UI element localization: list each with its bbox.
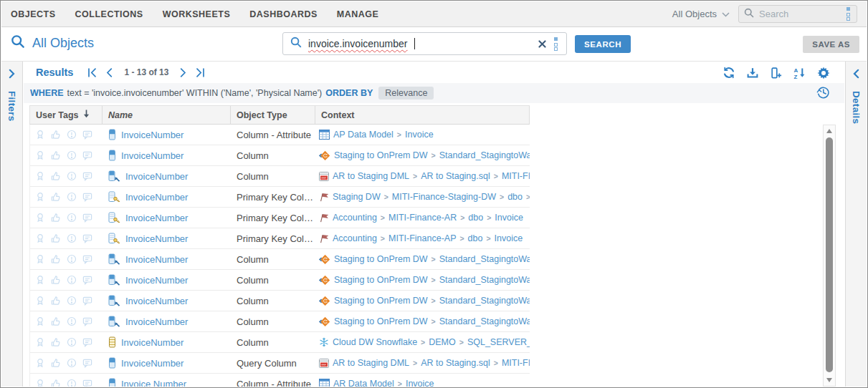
object-name-link[interactable]: InvoiceNumber <box>125 213 188 223</box>
alert-icon[interactable] <box>67 316 77 326</box>
alert-icon[interactable] <box>67 254 77 264</box>
award-icon[interactable] <box>35 358 45 368</box>
breadcrumb-link[interactable]: Standard_StagingtoWarehouse <box>439 296 530 306</box>
award-icon[interactable] <box>35 337 45 347</box>
details-panel-label[interactable]: Details <box>851 91 862 124</box>
breadcrumb-link[interactable]: AR to Staging DML <box>333 358 409 368</box>
object-name-link[interactable]: InvoiceNumber <box>125 254 188 265</box>
comment-icon[interactable] <box>82 316 92 326</box>
alert-icon[interactable] <box>67 233 77 243</box>
breadcrumb-link[interactable]: Invoice <box>405 130 434 140</box>
breadcrumb-link[interactable]: MITI-FINANCE-AR <box>502 171 530 181</box>
alert-icon[interactable] <box>67 213 77 223</box>
thumbs-up-icon[interactable] <box>51 192 61 202</box>
award-icon[interactable] <box>35 150 45 160</box>
comment-icon[interactable] <box>82 171 92 181</box>
object-name-link[interactable]: Invoice Number <box>121 379 186 387</box>
alert-icon[interactable] <box>67 275 77 285</box>
last-page-button[interactable] <box>196 68 205 77</box>
thumbs-up-icon[interactable] <box>51 337 61 347</box>
thumbs-up-icon[interactable] <box>51 233 61 243</box>
award-icon[interactable] <box>35 316 45 326</box>
global-search-input[interactable]: Search <box>738 5 857 23</box>
breadcrumb-link[interactable]: AR to Staging DML <box>333 171 409 181</box>
next-page-button[interactable] <box>180 68 186 77</box>
breadcrumb-link[interactable]: Accounting <box>333 233 377 243</box>
alert-icon[interactable] <box>67 171 77 181</box>
comment-icon[interactable] <box>82 337 92 347</box>
alert-icon[interactable] <box>67 130 77 140</box>
save-as-button[interactable]: SAVE AS <box>803 36 859 53</box>
refresh-icon[interactable] <box>722 66 735 79</box>
nav-item-collections[interactable]: COLLECTIONS <box>75 9 143 19</box>
object-name-link[interactable]: InvoiceNumber <box>125 316 188 327</box>
breadcrumb-link[interactable]: Standard_StagingtoWarehouse <box>439 254 530 264</box>
award-icon[interactable] <box>35 379 45 387</box>
thumbs-up-icon[interactable] <box>51 275 61 285</box>
breadcrumb-link[interactable]: DEMO <box>429 337 456 347</box>
thumbs-up-icon[interactable] <box>51 171 61 181</box>
column-header-object-type[interactable]: Object Type <box>231 106 315 124</box>
comment-icon[interactable] <box>82 296 92 306</box>
breadcrumb-link[interactable]: dbo <box>507 192 523 202</box>
alert-icon[interactable] <box>67 358 77 368</box>
breadcrumb-link[interactable]: Staging to OnPrem DW <box>334 150 428 160</box>
download-icon[interactable] <box>745 66 759 79</box>
object-name-link[interactable]: InvoiceNumber <box>125 296 188 306</box>
breadcrumb-link[interactable]: Standard_StagingtoWarehouse <box>439 150 530 160</box>
breadcrumb-link[interactable]: Invoice <box>495 233 523 243</box>
object-name-link[interactable]: InvoiceNumber <box>125 233 188 244</box>
thumbs-up-icon[interactable] <box>51 150 61 160</box>
search-history-icon[interactable] <box>816 85 831 102</box>
gear-icon[interactable] <box>816 66 830 79</box>
breadcrumb-link[interactable]: Cloud DW Snowflake <box>333 337 417 347</box>
expand-filters-icon[interactable] <box>9 69 15 82</box>
advanced-search-icon[interactable] <box>553 37 559 52</box>
object-name-link[interactable]: InvoiceNumber <box>125 171 188 182</box>
breadcrumb-link[interactable]: MITI-Finance-AP <box>388 233 456 243</box>
breadcrumb-link[interactable]: Staging to OnPrem DW <box>334 275 428 285</box>
award-icon[interactable] <box>35 192 45 202</box>
breadcrumb-link[interactable]: MITI-FINANCE-AR <box>502 358 530 368</box>
thumbs-up-icon[interactable] <box>51 130 61 140</box>
comment-icon[interactable] <box>82 233 92 243</box>
alert-icon[interactable] <box>67 296 77 306</box>
thumbs-up-icon[interactable] <box>51 213 61 223</box>
award-icon[interactable] <box>35 213 45 223</box>
nav-item-dashboards[interactable]: DASHBOARDS <box>249 9 318 19</box>
nav-item-manage[interactable]: MANAGE <box>337 9 379 19</box>
award-icon[interactable] <box>35 171 45 181</box>
breadcrumb-link[interactable]: Standard_StagingtoWarehouse <box>439 316 530 326</box>
object-name-link[interactable]: InvoiceNumber <box>121 150 183 161</box>
breadcrumb-link[interactable]: Standard_StagingtoWarehouse <box>439 275 530 285</box>
scroll-down-arrow[interactable] <box>826 378 832 382</box>
details-panel-collapsed[interactable]: Details <box>845 62 867 387</box>
award-icon[interactable] <box>35 254 45 264</box>
scrollbar-thumb[interactable] <box>826 137 833 372</box>
breadcrumb-link[interactable]: Staging to OnPrem DW <box>334 316 428 326</box>
comment-icon[interactable] <box>82 150 92 160</box>
first-page-button[interactable] <box>87 68 97 77</box>
breadcrumb-link[interactable]: AR to Staging.sql <box>421 358 490 368</box>
comment-icon[interactable] <box>82 379 92 387</box>
object-name-link[interactable]: InvoiceNumber <box>121 337 183 348</box>
breadcrumb-link[interactable]: dbo <box>468 233 483 243</box>
filters-panel-collapsed[interactable]: Filters <box>1 62 23 387</box>
thumbs-up-icon[interactable] <box>51 358 61 368</box>
sort-az-icon[interactable]: AZ <box>793 66 806 79</box>
search-input[interactable]: invoice.invoicenumber <box>282 32 567 55</box>
comment-icon[interactable] <box>82 358 92 368</box>
scope-selector[interactable]: All Objects <box>672 9 730 19</box>
award-icon[interactable] <box>35 233 45 243</box>
filters-panel-label[interactable]: Filters <box>6 91 17 122</box>
comment-icon[interactable] <box>82 254 92 264</box>
search-button[interactable]: SEARCH <box>575 35 631 53</box>
advanced-search-icon[interactable] <box>845 6 852 21</box>
breadcrumb-link[interactable]: dbo <box>468 213 483 223</box>
add-column-icon[interactable] <box>769 66 783 79</box>
breadcrumb-link[interactable]: Staging to OnPrem DW <box>334 254 428 264</box>
search-input-value[interactable]: invoice.invoicenumber <box>308 38 408 49</box>
thumbs-up-icon[interactable] <box>51 316 61 326</box>
breadcrumb-link[interactable]: Staging to OnPrem DW <box>334 296 428 306</box>
object-name-link[interactable]: InvoiceNumber <box>125 275 188 286</box>
